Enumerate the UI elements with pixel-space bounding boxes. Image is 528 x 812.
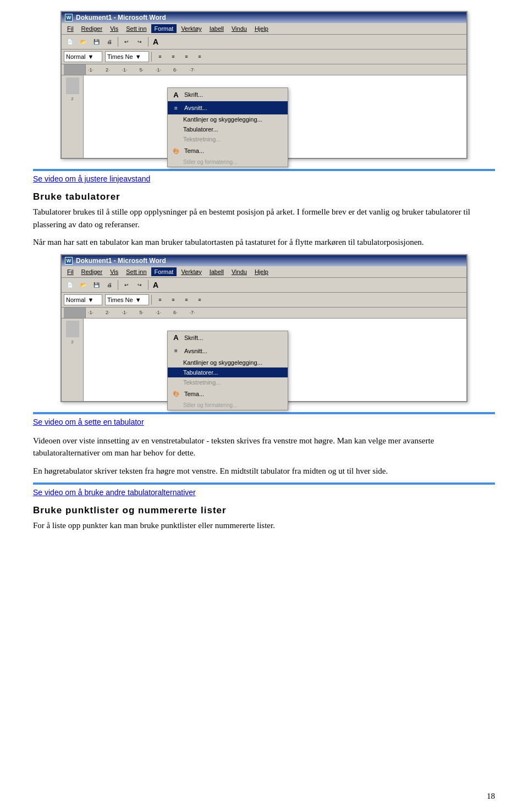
window-title-2: Dokument1 - Microsoft Word — [76, 257, 166, 265]
menu-vis-1[interactable]: Vis — [107, 24, 122, 33]
align-right-1[interactable]: ≡ — [180, 51, 193, 63]
link-1[interactable]: Se video om å justere linjeavstand — [33, 174, 150, 183]
left-margin-2: 2 — [62, 319, 84, 401]
save-btn-1[interactable]: 💾 — [90, 36, 102, 48]
sep-3 — [151, 52, 152, 62]
ruler-num2: ·1· — [156, 310, 161, 315]
blue-bar-3 — [33, 482, 495, 485]
menu-sett-inn-1[interactable]: Sett inn — [123, 24, 150, 33]
dropdown-skrift-1[interactable]: A Skrift... — [168, 88, 288, 101]
redo-btn-2[interactable]: ↪ — [134, 279, 146, 291]
app-icon-1: W — [65, 14, 73, 21]
ruler-num: ·1· — [156, 67, 161, 73]
menu-fil-2[interactable]: Fil — [64, 267, 77, 276]
titlebar-1: W Dokument1 - Microsoft Word — [62, 12, 466, 23]
margin-num-1: 2 — [71, 96, 73, 101]
blue-bar-2 — [33, 412, 495, 414]
new-btn-2[interactable]: 📄 — [64, 279, 76, 291]
dropdown-kantlinjer-2[interactable]: Kantlinjer og skyggelegging... — [168, 358, 288, 367]
open-btn-1[interactable]: 📂 — [77, 36, 89, 48]
style-dropdown-2[interactable]: Normal ▼ — [64, 294, 102, 305]
open-btn-2[interactable]: 📂 — [77, 279, 89, 291]
ruler-num: ·7· — [190, 67, 195, 73]
ruler-left-2 — [64, 308, 86, 318]
margin-block-2 — [66, 321, 79, 337]
ruler-numbers-1: ·1· 2· ·1· 5· ·1· 6· ·7· — [86, 67, 464, 73]
sep-4 — [118, 280, 118, 290]
sep-5 — [148, 280, 148, 290]
window-title-1: Dokument1 - Microsoft Word — [76, 14, 166, 21]
menu-verktoy-1[interactable]: Verktøy — [178, 24, 205, 33]
menu-sett-inn-2[interactable]: Sett inn — [123, 267, 150, 276]
save-btn-2[interactable]: 💾 — [90, 279, 102, 291]
dropdown-tema-2[interactable]: 🎨 Tema... — [168, 387, 288, 400]
align-right-2[interactable]: ≡ — [180, 294, 193, 306]
ruler-left-1 — [64, 64, 86, 75]
section-heading-3: Bruke punktlister og nummererte lister — [33, 505, 495, 516]
menu-hjelp-1[interactable]: Hjelp — [251, 24, 272, 33]
dropdown-skrift-2[interactable]: A Skrift... — [168, 331, 288, 344]
menu-rediger-2[interactable]: Rediger — [78, 267, 106, 276]
menu-vis-2[interactable]: Vis — [107, 267, 122, 276]
avsnitt-icon-2: ≡ — [171, 346, 181, 356]
menu-verktoy-2[interactable]: Verktøy — [178, 267, 205, 276]
align-center-2[interactable]: ≡ — [167, 294, 179, 306]
undo-btn-2[interactable]: ↩ — [120, 279, 133, 291]
dropdown-tabulatorer-2[interactable]: Tabulatorer... — [168, 367, 288, 377]
section-text-5: For å liste opp punkter kan man bruke pu… — [33, 519, 495, 532]
menu-vindu-1[interactable]: Vindu — [228, 24, 250, 33]
menu-format-1[interactable]: Format — [151, 24, 177, 33]
sep-6 — [151, 295, 152, 305]
ruler-num: 2· — [106, 67, 110, 73]
menu-fil-1[interactable]: Fil — [64, 24, 77, 33]
format-dropdown-2: A Skrift... ≡ Avsnitt... Kantlinjer og s… — [167, 331, 288, 410]
align-center-1[interactable]: ≡ — [167, 51, 179, 63]
style-dropdown-arrow-2: ▼ — [87, 297, 94, 303]
new-btn-1[interactable]: 📄 — [64, 36, 76, 48]
font-dropdown-2[interactable]: Times Ne ▼ — [105, 294, 149, 305]
menu-iabell-2[interactable]: Iabell — [206, 267, 227, 276]
ruler-1: ·1· 2· ·1· 5· ·1· 6· ·7· — [62, 64, 466, 75]
align-left-1[interactable]: ≡ — [154, 51, 166, 63]
undo-btn-1[interactable]: ↩ — [120, 36, 133, 48]
dropdown-tema-1[interactable]: 🎨 Tema... — [168, 144, 288, 157]
link-3[interactable]: Se video om å bruke andre tabulatoralter… — [33, 488, 196, 497]
menu-rediger-1[interactable]: Rediger — [78, 24, 106, 33]
menu-iabell-1[interactable]: Iabell — [206, 24, 227, 33]
font-dropdown-1[interactable]: Times Ne ▼ — [105, 51, 149, 62]
menu-hjelp-2[interactable]: Hjelp — [251, 267, 272, 276]
tema-icon-2: 🎨 — [171, 389, 181, 399]
menu-format-2[interactable]: Format — [151, 267, 177, 276]
section-text-3: Videoen over viste innsetting av en vens… — [33, 435, 495, 459]
align-justify-2[interactable]: ≡ — [194, 294, 206, 306]
dropdown-stiler-1[interactable]: Stiler og formatering... — [168, 157, 288, 167]
font-dropdown-arrow-2: ▼ — [135, 297, 141, 303]
ruler-num: 6· — [173, 67, 178, 73]
print-btn-2[interactable]: 🖨 — [103, 279, 116, 291]
ruler-num: 5· — [140, 67, 144, 73]
word-window-1: W Dokument1 - Microsoft Word Fil Rediger… — [61, 11, 468, 159]
menu-vindu-2[interactable]: Vindu — [228, 267, 250, 276]
toolbar-2-1: Normal ▼ Times Ne ▼ ≡ ≡ ≡ ≡ — [62, 50, 466, 64]
margin-num-2: 2 — [71, 339, 73, 344]
dropdown-tabulatorer-1[interactable]: Tabulatorer... — [168, 124, 288, 134]
align-left-2[interactable]: ≡ — [154, 294, 166, 306]
redo-btn-1[interactable]: ↪ — [134, 36, 146, 48]
toolbar-3: 📄 📂 💾 🖨 ↩ ↪ A — [62, 278, 466, 293]
dropdown-tekstretning-2: Tekstretning... — [168, 377, 288, 387]
print-btn-1[interactable]: 🖨 — [103, 36, 116, 48]
dropdown-kantlinjer-1[interactable]: Kantlinjer og skyggelegging... — [168, 114, 288, 124]
link-container-3: Se video om å bruke andre tabulatoralter… — [33, 488, 495, 497]
link-2[interactable]: Se video om å sette en tabulator — [33, 418, 144, 426]
dropdown-avsnitt-1[interactable]: ≡ Avsnitt... — [168, 101, 288, 114]
dropdown-avsnitt-2[interactable]: ≡ Avsnitt... — [168, 344, 288, 358]
ruler-num: ·1· — [122, 67, 128, 73]
sep-1 — [118, 37, 118, 47]
font-icon-2: A — [151, 280, 161, 290]
dropdown-stiler-2[interactable]: Stiler og formatering... — [168, 400, 288, 410]
style-dropdown-1[interactable]: Normal ▼ — [64, 51, 102, 62]
align-justify-1[interactable]: ≡ — [194, 51, 206, 63]
ruler-num2: ·1· — [88, 310, 94, 315]
font-dropdown-arrow: ▼ — [135, 53, 141, 60]
titlebar-2: W Dokument1 - Microsoft Word — [62, 255, 466, 266]
